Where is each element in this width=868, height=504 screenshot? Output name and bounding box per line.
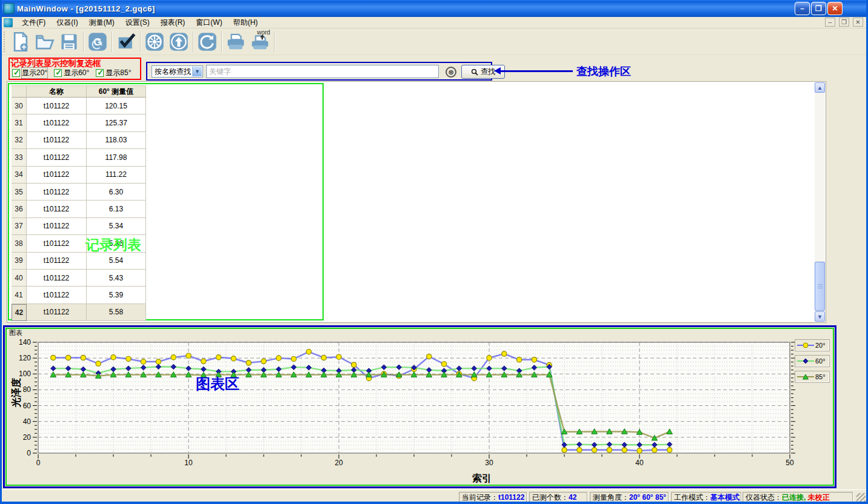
menu-bar: 文件(F)仪器(I)测量(M)设置(S)报表(R)窗口(W)帮助(H) – ❐ …: [2, 17, 868, 28]
status-instrument: 仪器状态：已连接, 未校正: [743, 492, 853, 503]
document-icon[interactable]: [4, 18, 13, 27]
menu-item-1[interactable]: 仪器(I): [51, 16, 83, 29]
open-folder-icon[interactable]: [33, 30, 57, 53]
x-axis-label: 索引: [472, 472, 492, 485]
status-segment-2: 测量角度：20° 60° 85°: [590, 492, 669, 503]
status-bar: 当前记录：t101122已测个数：42测量角度：20° 60° 85°工作模式：…: [2, 489, 868, 504]
check-measure-icon[interactable]: [114, 30, 138, 53]
table-row[interactable]: 30t101122120.15: [12, 98, 146, 114]
row-number: 33: [12, 149, 27, 166]
scrollbar-thumb[interactable]: [815, 262, 825, 311]
row-number: 31: [12, 114, 27, 131]
svg-text:20: 20: [335, 459, 343, 467]
record-name: t101122: [27, 98, 87, 114]
mdi-minimize-button[interactable]: –: [825, 18, 835, 27]
scroll-down-icon[interactable]: ▼: [815, 311, 825, 322]
column-header[interactable]: 名称: [27, 85, 87, 98]
display-checkbox-2[interactable]: 显示85°: [96, 68, 131, 78]
table-row[interactable]: 32t101122118.03: [12, 132, 146, 149]
chart-panel: 图表 02040608010012014001020304050 光泽度 索引 …: [7, 328, 831, 485]
table-row[interactable]: 34t101122111.22: [12, 167, 146, 184]
menu-item-2[interactable]: 测量(M): [84, 16, 120, 29]
title-bar[interactable]: MainWindow - [g20151112_2.gqc6] – ❐ ✕: [0, 0, 868, 17]
svg-text:40: 40: [23, 417, 32, 426]
menu-item-0[interactable]: 文件(F): [16, 16, 51, 29]
table-row[interactable]: 37t1011225.34: [12, 218, 146, 235]
measure-value: 5.43: [87, 270, 146, 287]
record-name: t101122: [27, 304, 87, 321]
upload-icon[interactable]: [167, 30, 191, 53]
checkbox-icon[interactable]: [54, 69, 62, 77]
maximize-button[interactable]: ❐: [811, 2, 826, 15]
svg-text:10: 10: [184, 459, 193, 467]
svg-text:0: 0: [36, 459, 41, 467]
chevron-down-icon[interactable]: ▼: [192, 67, 202, 76]
wheel-icon[interactable]: [142, 30, 167, 53]
measure-value: 5.34: [87, 218, 146, 235]
y-axis-label: 光泽度: [10, 378, 23, 407]
row-number: 30: [12, 98, 27, 114]
mdi-close-button[interactable]: ✕: [853, 18, 863, 27]
resize-grip[interactable]: [856, 493, 866, 502]
search-input[interactable]: [206, 65, 439, 78]
table-scrollbar[interactable]: ▲ ▼: [815, 82, 825, 322]
legend-item-20°[interactable]: 20°: [795, 339, 830, 351]
display-checkbox-0[interactable]: 显示20°: [12, 68, 47, 78]
table-row[interactable]: 41t1011225.39: [12, 287, 146, 303]
status-segment-3: 工作模式：基本模式: [671, 492, 741, 503]
search-mode-select[interactable]: 按名称查找 ▼: [152, 65, 203, 78]
row-number: 38: [12, 235, 27, 252]
record-name: t101122: [27, 235, 87, 252]
legend-item-85°[interactable]: 85°: [795, 371, 830, 383]
toolbar: G word: [2, 28, 868, 55]
checkbox-icon[interactable]: [96, 69, 104, 77]
chart-area-annotation: 图表区: [196, 374, 239, 394]
toolbar-grip[interactable]: [4, 31, 6, 52]
table-header: 名称60° 测量值: [12, 85, 146, 98]
printer-icon[interactable]: [224, 30, 248, 53]
table-row[interactable]: 39t1011225.54: [12, 253, 146, 270]
row-number: 35: [12, 184, 27, 201]
table-row[interactable]: 40t1011225.43: [12, 270, 146, 287]
table-row[interactable]: 33t101122117.98: [12, 149, 146, 166]
record-name: t101122: [27, 270, 87, 287]
search-area: 按名称查找 ▼ ⊗ 查找: [146, 62, 492, 81]
measure-value: 6.30: [87, 184, 146, 201]
close-button[interactable]: ✕: [827, 2, 843, 15]
word-export-icon[interactable]: word: [248, 30, 272, 53]
svg-text:140: 140: [19, 338, 31, 346]
legend-item-60°[interactable]: 60°: [795, 355, 830, 367]
menu-item-5[interactable]: 窗口(W): [190, 16, 227, 29]
search-area-annotation: 查找操作区: [576, 64, 631, 79]
record-name: t101122: [27, 184, 87, 201]
table-row[interactable]: 31t101122125.37: [12, 114, 146, 131]
display-checkbox-1[interactable]: 显示60°: [54, 68, 89, 78]
table-row[interactable]: 42t1011225.58: [12, 304, 146, 321]
menu-item-4[interactable]: 报表(R): [155, 16, 191, 29]
checkbox-icon[interactable]: [12, 69, 20, 77]
column-header[interactable]: [12, 85, 27, 98]
g-refresh-icon[interactable]: G: [85, 30, 110, 53]
table-row[interactable]: 35t1011226.30: [12, 184, 146, 201]
mdi-restore-button[interactable]: ❐: [839, 18, 849, 27]
word-label: word: [257, 29, 270, 36]
menu-item-3[interactable]: 设置(S): [120, 16, 155, 29]
row-number: 39: [12, 253, 27, 270]
save-icon[interactable]: [57, 30, 81, 53]
record-table: 名称60° 测量值30t101122120.1531t101122125.373…: [12, 85, 146, 318]
measure-value: 125.37: [87, 114, 146, 131]
measure-value: 117.98: [87, 149, 146, 166]
clear-search-icon[interactable]: ⊗: [446, 67, 456, 78]
measure-value: 120.15: [87, 98, 146, 114]
sync-icon[interactable]: [195, 30, 219, 53]
minimize-button[interactable]: –: [795, 2, 810, 15]
table-row[interactable]: 36t1011226.13: [12, 201, 146, 217]
measure-value: 5.58: [87, 304, 146, 321]
chart-panel-title: 图表: [9, 328, 22, 337]
svg-text:0: 0: [27, 449, 31, 457]
menu-item-6[interactable]: 帮助(H): [228, 16, 264, 29]
chart-plot: 02040608010012014001020304050: [7, 328, 831, 485]
scroll-up-icon[interactable]: ▲: [815, 82, 825, 93]
new-file-icon[interactable]: [8, 30, 33, 53]
column-header[interactable]: 60° 测量值: [87, 85, 146, 98]
